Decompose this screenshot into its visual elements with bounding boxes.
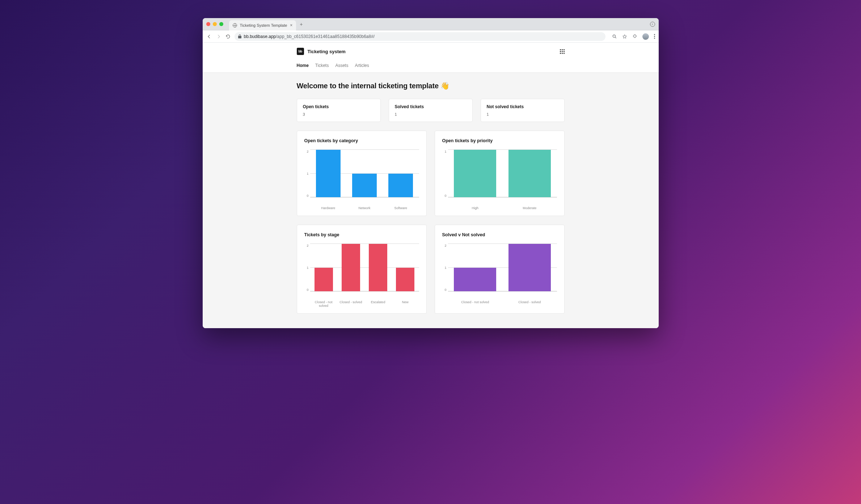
- window-close-button[interactable]: [206, 22, 210, 26]
- bar: [454, 150, 496, 197]
- y-axis: 210: [304, 244, 310, 292]
- brand-name: Ticketing system: [308, 49, 346, 54]
- app-viewport: bb Ticketing system Home Tickets Assets …: [203, 43, 659, 328]
- new-tab-button[interactable]: +: [300, 21, 303, 27]
- chart-plot: 210: [442, 244, 557, 298]
- y-tick: 2: [307, 244, 308, 247]
- apps-grid-icon[interactable]: [560, 49, 565, 54]
- x-tick: Moderate: [502, 206, 557, 210]
- bar-slot: [448, 150, 503, 197]
- chart-title: Open tickets by priority: [442, 138, 557, 143]
- y-tick: 0: [444, 194, 446, 198]
- kebab-menu-icon[interactable]: [654, 34, 655, 39]
- page-title: Welcome to the internal ticketing templa…: [297, 81, 565, 90]
- plot-area: [310, 150, 419, 198]
- brand-logo: bb: [297, 48, 304, 55]
- tab-overflow-icon[interactable]: ›: [650, 22, 655, 27]
- x-tick: Closed - not solved: [310, 300, 337, 308]
- x-axis: Closed - not solvedClosed - solved: [448, 300, 557, 304]
- chart-title: Tickets by stage: [304, 232, 419, 237]
- profile-avatar[interactable]: [642, 33, 649, 40]
- bar: [388, 174, 413, 198]
- plot-area: [310, 244, 419, 292]
- bar-slot: [502, 244, 557, 291]
- chart-plot: 210: [304, 244, 419, 298]
- y-tick: 0: [307, 288, 308, 292]
- browser-toolbar: bb.budibase.app/app_bb_c61530261e31461aa…: [203, 30, 659, 43]
- bar-slot: [392, 244, 419, 291]
- star-icon[interactable]: [622, 34, 627, 39]
- bar: [454, 268, 496, 292]
- window-controls: [206, 22, 223, 26]
- bar-slot: [310, 244, 337, 291]
- browser-window: Ticketing System Template × + › bb.budib…: [203, 18, 659, 328]
- search-icon[interactable]: [612, 34, 617, 39]
- chart-open-by-priority: Open tickets by priority10HighModerate: [435, 131, 565, 216]
- chart-title: Solved v Not solved: [442, 232, 557, 237]
- chart-plot: 10: [442, 150, 557, 204]
- chart-solved-v-not: Solved v Not solved210Closed - not solve…: [435, 225, 565, 314]
- x-axis: HighModerate: [448, 206, 557, 210]
- y-tick: 1: [444, 266, 446, 270]
- x-tick: Closed - solved: [502, 300, 557, 304]
- nav-articles[interactable]: Articles: [355, 63, 369, 72]
- x-axis: HardwareNetworkSoftware: [310, 206, 419, 210]
- extensions-icon[interactable]: [632, 34, 637, 39]
- bar-slot: [448, 244, 503, 291]
- bar: [342, 244, 360, 291]
- stat-label: Solved tickets: [395, 104, 467, 109]
- bar: [315, 268, 333, 292]
- bar-slot: [346, 150, 383, 197]
- browser-tab[interactable]: Ticketing System Template ×: [229, 20, 296, 30]
- bar: [396, 268, 414, 292]
- forward-button[interactable]: [216, 34, 221, 39]
- stat-label: Open tickets: [303, 104, 375, 109]
- nav-tickets[interactable]: Tickets: [315, 63, 329, 72]
- y-tick: 2: [444, 244, 446, 247]
- main-nav: Home Tickets Assets Articles: [297, 63, 565, 72]
- y-tick: 0: [444, 288, 446, 292]
- x-tick: Closed - solved: [337, 300, 364, 308]
- plot-area: [448, 150, 557, 198]
- nav-home[interactable]: Home: [297, 63, 309, 72]
- y-axis: 210: [442, 244, 448, 292]
- x-tick: Closed - not solved: [448, 300, 503, 304]
- y-tick: 1: [307, 172, 308, 175]
- y-tick: 2: [307, 150, 308, 153]
- bar: [316, 150, 341, 197]
- reload-button[interactable]: [225, 34, 231, 39]
- chart-tickets-by-stage: Tickets by stage210Closed - not solvedCl…: [297, 225, 427, 314]
- chart-row: Tickets by stage210Closed - not solvedCl…: [297, 225, 565, 314]
- x-tick: New: [392, 300, 419, 308]
- nav-assets[interactable]: Assets: [335, 63, 348, 72]
- stat-label: Not solved tickets: [487, 104, 558, 109]
- bar-slot: [337, 244, 364, 291]
- bar-slot: [383, 150, 419, 197]
- y-tick: 1: [307, 266, 308, 270]
- stat-value: 1: [487, 112, 558, 117]
- app-brand[interactable]: bb Ticketing system: [297, 48, 346, 55]
- window-maximize-button[interactable]: [219, 22, 223, 26]
- y-axis: 10: [442, 150, 448, 198]
- stat-value: 1: [395, 112, 467, 117]
- bar-slot: [502, 150, 557, 197]
- stat-value: 3: [303, 112, 375, 117]
- close-tab-icon[interactable]: ×: [290, 23, 292, 28]
- url-host: bb.budibase.app: [244, 34, 276, 39]
- browser-tab-strip: Ticketing System Template × + ›: [203, 18, 659, 30]
- back-button[interactable]: [206, 34, 212, 39]
- address-bar[interactable]: bb.budibase.app/app_bb_c61530261e31461aa…: [235, 32, 605, 41]
- y-tick: 1: [444, 150, 446, 153]
- toolbar-actions: [612, 33, 655, 40]
- chart-open-by-category: Open tickets by category210HardwareNetwo…: [297, 131, 427, 216]
- url-path: /app_bb_c61530261e31461aa85188435b90b6a8…: [276, 34, 375, 39]
- stat-cards: Open tickets 3 Solved tickets 1 Not solv…: [297, 99, 565, 122]
- stat-card-open: Open tickets 3: [297, 99, 381, 122]
- x-tick: High: [448, 206, 503, 210]
- x-tick: Software: [383, 206, 419, 210]
- y-tick: 0: [307, 194, 308, 198]
- chart-row: Open tickets by category210HardwareNetwo…: [297, 131, 565, 216]
- window-minimize-button[interactable]: [213, 22, 217, 26]
- bar: [352, 174, 377, 198]
- page-body: Welcome to the internal ticketing templa…: [297, 73, 565, 328]
